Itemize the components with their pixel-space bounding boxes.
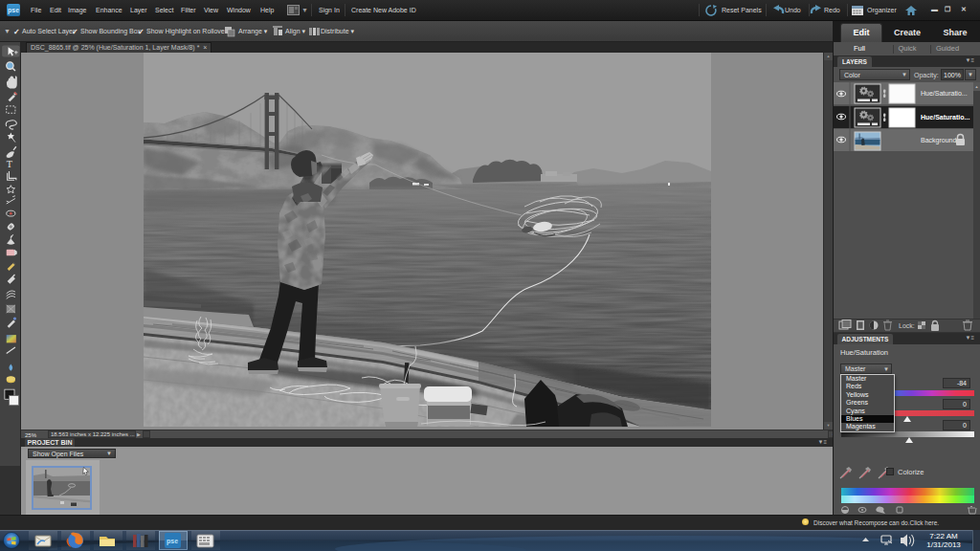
svg-text:pse: pse <box>167 538 178 545</box>
svg-text:T: T <box>7 159 12 169</box>
svg-text:Lock:: Lock: <box>899 322 915 329</box>
